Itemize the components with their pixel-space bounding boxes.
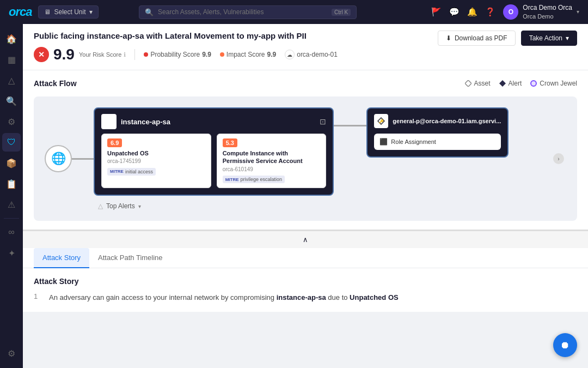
- story-text: An adversary can gain access to your int…: [49, 292, 399, 303]
- search-shortcut: Ctrl K: [332, 9, 351, 16]
- computer-icon: 🖥: [105, 117, 113, 126]
- alert-diamond-icon: [499, 80, 506, 87]
- flag-icon[interactable]: 🚩: [431, 7, 442, 17]
- sidebar-divider: [4, 218, 19, 219]
- story-section-title: Attack Story: [34, 277, 577, 286]
- tab-attack-story[interactable]: Attack Story: [34, 248, 89, 268]
- help-icon[interactable]: ❓: [485, 7, 495, 17]
- alert-card-1[interactable]: 6.9 Unpatched OS orca-1745199 MITRE init…: [101, 134, 211, 188]
- take-action-button[interactable]: Take Action ▾: [521, 31, 577, 46]
- section-header: Attack Flow Asset Alert Crown Jewel: [34, 79, 577, 88]
- bell-icon[interactable]: 🔔: [467, 7, 477, 17]
- page-header: Public facing instance-ap-sa with Latera…: [23, 24, 588, 70]
- role-text: Role Assignment: [391, 138, 436, 145]
- legend: Asset Alert Crown Jewel: [465, 80, 577, 87]
- prob-dot: [144, 52, 148, 57]
- header-actions: ⬇ Download as PDF Take Action ▾: [438, 31, 577, 46]
- chevron-down-icon: ▾: [89, 8, 93, 16]
- chat-icon[interactable]: 💬: [449, 7, 460, 17]
- scroll-right-indicator[interactable]: ›: [553, 153, 564, 164]
- cloud-icon: ☁: [285, 50, 295, 59]
- alert-id-2: orca-610149: [223, 166, 321, 172]
- alert-score-1: 6.9: [107, 138, 122, 147]
- globe-icon: 🌐: [51, 152, 66, 166]
- impact-dot: [220, 52, 224, 57]
- story-alert-name: Unpatched OS: [350, 293, 399, 301]
- mitre-badge-1: MITRE initial access: [107, 168, 156, 176]
- service-header: 🔑 general-p@orca-demo-01.iam.gservi...: [367, 108, 507, 134]
- user-avatar: O: [503, 4, 518, 20]
- flow-inner: 🌐 🖥 instance-ap-sa ⊡: [45, 107, 566, 210]
- instance-icon-box: 🖥: [101, 114, 117, 129]
- alert-title-2: Compute Instance with Permissive Service…: [223, 149, 321, 165]
- service-name: general-p@orca-demo-01.iam.gservi...: [393, 118, 501, 124]
- search-input[interactable]: [158, 8, 327, 16]
- collapse-bar[interactable]: ∧: [23, 231, 588, 248]
- alert-id-1: orca-1745199: [107, 158, 205, 164]
- your-risk-score-label: Your Risk Score: [79, 51, 121, 58]
- instance-corner-icon: ⊡: [320, 117, 326, 126]
- info-icon: ℹ: [124, 51, 126, 58]
- service-icon-box: 🔑: [374, 114, 388, 128]
- instance-node[interactable]: 🖥 instance-ap-sa ⊡ 6.9 Unpatched: [94, 107, 334, 210]
- svg-marker-0: [465, 80, 471, 87]
- instance-card[interactable]: 🖥 instance-ap-sa ⊡ 6.9 Unpatched: [94, 107, 334, 196]
- sidebar-item-security[interactable]: 🛡: [2, 133, 21, 152]
- sidebar-item-inventory[interactable]: ∞: [2, 223, 21, 242]
- svg-marker-1: [499, 80, 506, 87]
- legend-alert: Alert: [499, 80, 522, 87]
- story-section: Attack Story 1 An adversary can gain acc…: [23, 268, 588, 312]
- instance-name: instance-ap-sa: [121, 118, 315, 126]
- sidebar-item-alerts[interactable]: △: [2, 71, 21, 89]
- top-alerts-bar[interactable]: △ Top Alerts ▾: [94, 202, 334, 210]
- sidebar-item-graph[interactable]: ⚙: [2, 112, 21, 131]
- service-node[interactable]: 🔑 general-p@orca-demo-01.iam.gservi... ⬛…: [366, 107, 509, 158]
- user-info: Orca Demo Orca Orca Demo: [523, 4, 572, 20]
- page-title: Public facing instance-ap-sa with Latera…: [34, 31, 307, 40]
- key-icon: 🔑: [377, 117, 385, 125]
- legend-asset: Asset: [465, 80, 491, 87]
- search-bar[interactable]: 🔍 Ctrl K: [139, 5, 357, 19]
- app-logo: orca: [9, 5, 32, 19]
- alerts-container: 6.9 Unpatched OS orca-1745199 MITRE init…: [95, 134, 333, 195]
- impact-score: Impact Score 9.9: [220, 51, 276, 58]
- sidebar-item-dashboard[interactable]: ▦: [2, 50, 21, 69]
- probability-score: Probability Score 9.9: [144, 51, 211, 58]
- attack-flow-section: Attack Flow Asset Alert Crown Jewel: [23, 70, 588, 230]
- shield-icon: ✕: [34, 47, 49, 62]
- left-sidebar: 🏠 ▦ △ 🔍 ⚙ 🛡 📦 📋 ⚠ ∞ ✦ ⚙: [0, 24, 23, 312]
- user-menu[interactable]: O Orca Demo Orca Orca Demo ▾: [503, 4, 579, 20]
- monitor-icon: 🖥: [44, 8, 51, 16]
- connector-2: [334, 125, 366, 126]
- nav-icons: 🚩 💬 🔔 ❓ O Orca Demo Orca Orca Demo ▾: [431, 4, 579, 20]
- asset-diamond-icon: [465, 80, 471, 87]
- alert-title-1: Unpatched OS: [107, 149, 205, 157]
- risk-bar: ✕ 9.9 Your Risk Score ℹ Probability Scor…: [34, 46, 577, 70]
- sidebar-item-tools[interactable]: ✦: [2, 244, 21, 262]
- story-item-1: 1 An adversary can gain access to your i…: [34, 292, 577, 303]
- search-icon: 🔍: [145, 8, 154, 16]
- flow-diagram: 🌐 🖥 instance-ap-sa ⊡: [34, 96, 577, 221]
- connector-1: [72, 158, 94, 160]
- tabs-bar: Attack Story Attack Path Timeline: [23, 248, 588, 268]
- download-pdf-button[interactable]: ⬇ Download as PDF: [438, 31, 516, 46]
- chevron-icon: ▾: [138, 203, 141, 209]
- alert-card-2[interactable]: 5.3 Compute Instance with Permissive Ser…: [217, 134, 327, 188]
- select-unit-button[interactable]: 🖥 Select Unit ▾: [38, 5, 98, 19]
- chevron-down-icon: ▾: [566, 34, 569, 42]
- mitre-badge-2: MITRE privilege escalation: [223, 176, 285, 183]
- crown-jewel-circle-icon: [530, 80, 537, 87]
- attack-flow-title: Attack Flow: [34, 79, 77, 88]
- cloud-account-tag[interactable]: ☁ orca-demo-01: [285, 50, 338, 59]
- main-content: Public facing instance-ap-sa with Latera…: [23, 24, 588, 312]
- role-icon: ⬛: [379, 138, 388, 146]
- tab-attack-path-timeline[interactable]: Attack Path Timeline: [89, 248, 171, 268]
- sidebar-item-search[interactable]: 🔍: [2, 92, 21, 110]
- sidebar-item-home[interactable]: 🏠: [2, 29, 21, 48]
- sidebar-item-vulnerabilities[interactable]: ⚠: [2, 195, 21, 214]
- top-alerts-label[interactable]: Top Alerts: [106, 202, 135, 210]
- story-number: 1: [34, 292, 42, 300]
- sidebar-item-assets[interactable]: 📦: [2, 154, 21, 172]
- download-icon: ⬇: [446, 34, 451, 42]
- sidebar-item-compliance[interactable]: 📋: [2, 174, 21, 193]
